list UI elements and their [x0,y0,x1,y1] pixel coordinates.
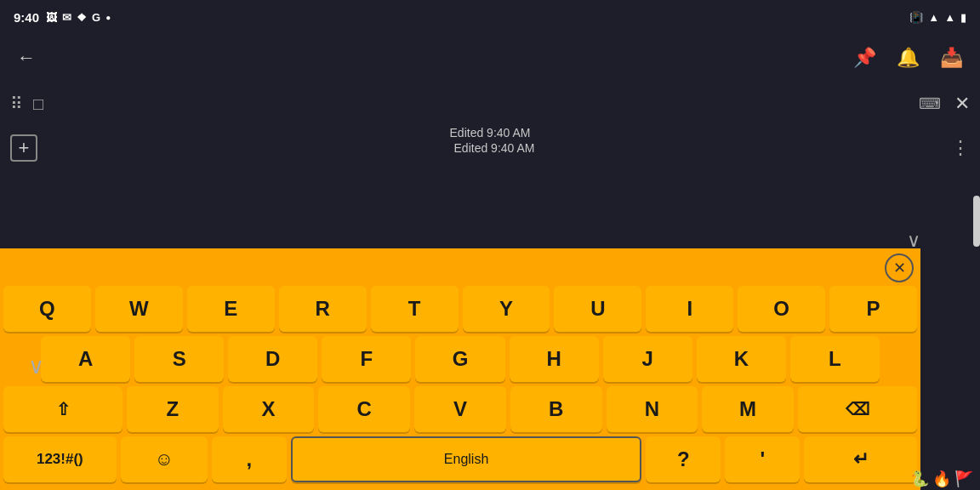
battery-icon: ▮ [960,11,966,24]
gmail-icon: ✉ [62,11,71,24]
close-button[interactable]: ✕ [954,93,970,115]
key-y[interactable]: Y [463,286,550,332]
key-z[interactable]: Z [127,386,219,432]
flag-icon[interactable]: 🚩 [954,470,973,488]
key-t[interactable]: T [371,286,459,332]
kb-close-button[interactable]: ✕ [885,254,914,282]
kb-row-3: ⇧ Z X C V B N M ⌫ [3,386,917,432]
kb-close-row: ✕ [3,254,917,286]
key-c[interactable]: C [318,386,410,432]
kb-row-4: 123!#() ☺ , English ? ' ↵ [3,436,917,482]
key-o[interactable]: O [738,286,825,332]
time-display: 9:40 [14,10,39,25]
photo-icon: 🖼 [46,11,57,24]
key-b[interactable]: B [510,386,602,432]
key-q[interactable]: Q [3,286,91,332]
grid-icon[interactable]: ⠿ [10,94,23,114]
bottom-icons: 🐍 🔥 🚩 [910,470,973,488]
key-s[interactable]: S [134,336,224,382]
question-key[interactable]: ? [646,436,721,482]
key-l[interactable]: L [790,336,880,382]
square-icon[interactable]: □ [33,94,43,114]
space-key[interactable]: English [291,436,641,482]
key-n[interactable]: N [607,386,698,432]
key-a[interactable]: A [41,336,130,382]
key-v[interactable]: V [414,386,506,432]
key-x[interactable]: X [223,386,315,432]
key-m[interactable]: M [702,386,794,432]
notification-button[interactable]: 🔔 [890,40,926,76]
shift-key[interactable]: ⇧ [3,386,122,432]
key-p[interactable]: P [829,286,917,332]
slack-icon: ❖ [77,11,87,24]
key-i[interactable]: I [646,286,733,332]
enter-key[interactable]: ↵ [804,436,917,482]
status-icons-left: 🖼 ✉ ❖ G ● [46,11,111,24]
key-g[interactable]: G [415,336,504,382]
apostrophe-key[interactable]: ' [725,436,800,482]
key-u[interactable]: U [554,286,641,332]
s-icon[interactable]: 🐍 [910,470,929,488]
status-bar: 9:40 🖼 ✉ ❖ G ● 📳 ▲ ▲ ▮ [0,0,980,34]
scroll-handle[interactable] [973,196,980,247]
second-toolbar: ⠿ □ ⌨ ✕ [0,82,980,126]
key-f[interactable]: F [322,336,411,382]
key-w[interactable]: W [95,286,183,332]
news-icon: G [92,11,100,24]
status-left: 9:40 🖼 ✉ ❖ G ● [14,10,111,25]
dot-icon: ● [105,13,111,22]
kb-row-2: A S D F G H J K L [3,336,917,382]
numbers-key[interactable]: 123!#() [3,436,117,482]
edited-time: Edited 9:40 AM [450,126,531,140]
key-e[interactable]: E [187,286,275,332]
top-toolbar: ← 📌 🔔 📥 [0,34,980,82]
keyboard: ✕ Q W E R T Y U I O P A S D F G H J K L … [0,248,920,490]
back-button[interactable]: ← [10,40,43,76]
keyboard-hide-button[interactable]: ∨ [907,230,920,252]
signal-icon: ▲ [944,11,955,24]
key-k[interactable]: K [697,336,786,382]
key-j[interactable]: J [603,336,692,382]
more-options-button[interactable]: ⋮ [951,137,970,159]
edit-time-label: Edited 9:40 AM [454,141,535,155]
backspace-key[interactable]: ⌫ [798,386,917,432]
toolbar-icons: 📌 🔔 📥 [846,40,970,76]
download-button[interactable]: 📥 [933,40,970,76]
keyboard-icon[interactable]: ⌨ [919,94,941,113]
emoji-key[interactable]: ☺ [121,436,208,482]
comma-key[interactable]: , [212,436,287,482]
key-d[interactable]: D [228,336,317,382]
chevron-down-button[interactable]: ∨ [28,353,44,379]
key-h[interactable]: H [510,336,599,382]
second-toolbar-left: ⠿ □ [10,94,43,114]
key-r[interactable]: R [279,286,367,332]
vibrate-icon: 📳 [909,11,923,24]
wifi-icon: ▲ [928,11,939,24]
kb-close-icon: ✕ [893,259,906,277]
pin-button[interactable]: 📌 [846,40,883,76]
kb-row-1: Q W E R T Y U I O P [3,286,917,332]
status-right: 📳 ▲ ▲ ▮ [909,11,966,24]
add-button[interactable]: + [10,134,37,162]
d-icon[interactable]: 🔥 [932,470,951,488]
